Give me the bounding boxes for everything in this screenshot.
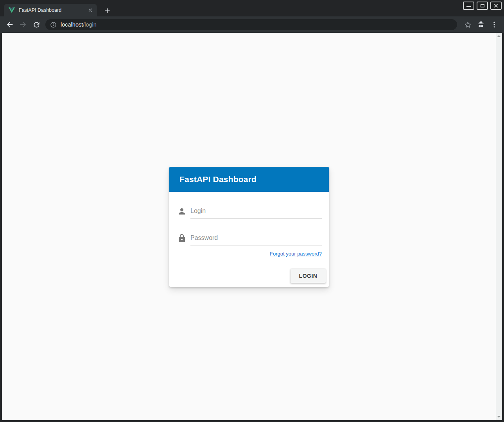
- login-card-title: FastAPI Dashboard: [179, 175, 256, 184]
- minimize-icon[interactable]: [463, 2, 474, 10]
- browser-toolbar: localhost/login: [0, 16, 504, 33]
- scroll-up-icon[interactable]: [497, 35, 501, 37]
- tab-title: FastAPI Dashboard: [19, 7, 87, 13]
- titlebar: FastAPI Dashboard: [0, 0, 504, 16]
- address-bar[interactable]: localhost/login: [45, 19, 457, 30]
- vue-logo-icon: [9, 7, 15, 13]
- password-input[interactable]: [190, 233, 322, 245]
- url-host: localhost: [61, 21, 83, 28]
- back-icon[interactable]: [3, 18, 16, 31]
- browser-tab[interactable]: FastAPI Dashboard: [4, 4, 97, 16]
- window-controls: [463, 2, 502, 10]
- browser-window: FastAPI Dashboard: [0, 0, 504, 422]
- url-path: /login: [83, 21, 97, 28]
- site-info-icon[interactable]: [50, 21, 57, 28]
- login-field-row: [169, 206, 329, 218]
- new-tab-icon[interactable]: [102, 6, 112, 15]
- close-icon[interactable]: [490, 2, 502, 10]
- login-card: FastAPI Dashboard Forgot your passwo: [169, 167, 329, 287]
- maximize-icon[interactable]: [477, 2, 488, 10]
- password-field-row: [169, 233, 329, 245]
- login-card-header: FastAPI Dashboard: [169, 167, 329, 192]
- person-icon: [177, 207, 187, 216]
- lock-icon: [177, 234, 187, 243]
- scroll-down-icon[interactable]: [497, 416, 501, 418]
- forgot-password-link[interactable]: Forgot your password?: [270, 251, 322, 257]
- menu-dots-icon[interactable]: [488, 18, 501, 31]
- incognito-icon: [474, 18, 488, 31]
- tab-close-icon[interactable]: [87, 7, 94, 14]
- login-button[interactable]: LOGIN: [291, 269, 326, 283]
- reload-icon[interactable]: [30, 18, 43, 31]
- page-scrollbar[interactable]: [496, 33, 502, 420]
- card-actions: LOGIN: [169, 269, 329, 283]
- url-text: localhost/login: [61, 21, 97, 28]
- bookmark-star-icon[interactable]: [461, 18, 474, 31]
- page-content: FastAPI Dashboard Forgot your passwo: [2, 33, 502, 420]
- login-card-body: Forgot your password? LOGIN: [169, 192, 329, 287]
- login-input[interactable]: [190, 206, 322, 218]
- forgot-password-row: Forgot your password?: [169, 250, 329, 257]
- forward-icon[interactable]: [16, 18, 30, 31]
